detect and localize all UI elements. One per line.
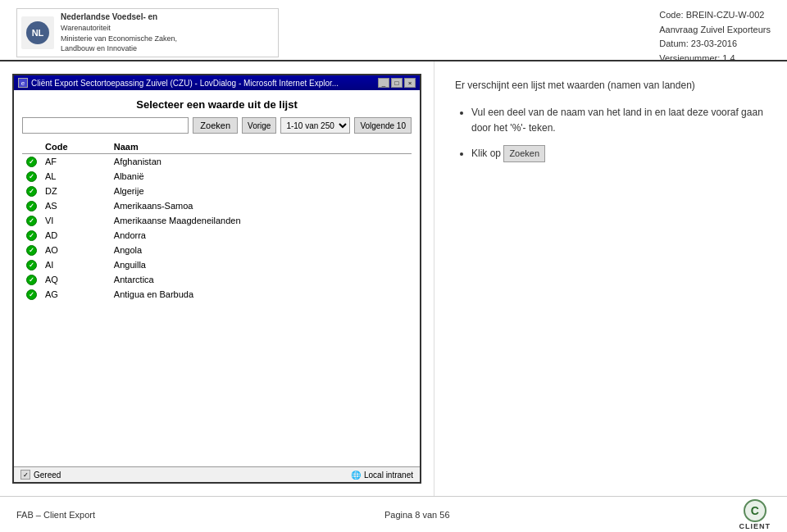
row-check-icon: ✓ bbox=[22, 243, 41, 257]
row-check-icon: ✓ bbox=[22, 198, 41, 213]
row-naam: Angola bbox=[110, 243, 412, 257]
search-bar: Zoeken Vorige 1-10 van 250 Volgende 10 bbox=[22, 117, 412, 134]
page-header: NL Nederlandse Voedsel- en Warenautorite… bbox=[0, 0, 787, 61]
dialog-panel: e Cliënt Export Sectortoepassing Zuivel … bbox=[0, 61, 434, 496]
row-code: AS bbox=[41, 198, 110, 213]
logo-text: Nederlandse Voedsel- en Warenautoriteit … bbox=[61, 11, 177, 54]
minimize-button[interactable]: _ bbox=[378, 78, 389, 88]
browser-window: e Cliënt Export Sectortoepassing Zuivel … bbox=[12, 74, 421, 484]
main-content: e Cliënt Export Sectortoepassing Zuivel … bbox=[0, 61, 787, 496]
row-code: DZ bbox=[41, 184, 110, 198]
row-check-icon: ✓ bbox=[22, 228, 41, 243]
footer-left: FAB – Client Export bbox=[16, 510, 95, 520]
dialog-heading: Selecteer een waarde uit de lijst bbox=[22, 98, 412, 111]
status-left: ✓ Gereed bbox=[20, 470, 61, 480]
browser-icon: e bbox=[18, 78, 28, 88]
titlebar-title: e Cliënt Export Sectortoepassing Zuivel … bbox=[18, 78, 339, 88]
page-select[interactable]: 1-10 van 250 bbox=[280, 117, 350, 134]
row-naam: Anguilla bbox=[110, 257, 412, 272]
gereed-icon: ✓ bbox=[20, 470, 30, 480]
row-naam: Amerikaans-Samoa bbox=[110, 198, 412, 213]
dialog-content: Selecteer een waarde uit de lijst Zoeken… bbox=[14, 90, 420, 466]
table-row[interactable]: ✓ AS Amerikaans-Samoa bbox=[22, 198, 412, 213]
info-list: Vul een deel van de naam van het land in… bbox=[455, 105, 767, 162]
table-row[interactable]: ✓ AL Albanië bbox=[22, 169, 412, 184]
col-icon-header bbox=[22, 140, 41, 154]
close-button[interactable]: × bbox=[404, 78, 416, 88]
footer-center: Pagina 8 van 56 bbox=[384, 510, 450, 520]
info-intro: Er verschijnt een lijst met waarden (nam… bbox=[455, 78, 767, 93]
row-code: AO bbox=[41, 243, 110, 257]
maximize-button[interactable]: □ bbox=[391, 78, 403, 88]
table-row[interactable]: ✓ DZ Algerije bbox=[22, 184, 412, 198]
svg-text:NL: NL bbox=[32, 28, 44, 38]
row-check-icon: ✓ bbox=[22, 184, 41, 198]
row-check-icon: ✓ bbox=[22, 287, 41, 302]
row-check-icon: ✓ bbox=[22, 257, 41, 272]
row-naam: Algerije bbox=[110, 184, 412, 198]
col-naam-header: Naam bbox=[110, 140, 412, 154]
footer-right: C CLIENT bbox=[739, 499, 771, 530]
row-code: AI bbox=[41, 257, 110, 272]
status-right: 🌐 Local intranet bbox=[351, 471, 413, 480]
titlebar-buttons: _ □ × bbox=[378, 78, 416, 88]
row-code: AD bbox=[41, 228, 110, 243]
nvwa-logo-icon: NL bbox=[21, 16, 54, 49]
row-check-icon: ✓ bbox=[22, 272, 41, 287]
dialog-statusbar: ✓ Gereed 🌐 Local intranet bbox=[14, 466, 420, 482]
row-check-icon: ✓ bbox=[22, 213, 41, 228]
row-naam: Antigua en Barbuda bbox=[110, 287, 412, 302]
info-bullet1: Vul een deel van de naam van het land in… bbox=[471, 105, 767, 136]
row-naam: Amerikaanse Maagdeneilanden bbox=[110, 213, 412, 228]
prev-button[interactable]: Vorige bbox=[242, 117, 276, 134]
search-input[interactable] bbox=[22, 117, 189, 134]
table-row[interactable]: ✓ AO Angola bbox=[22, 243, 412, 257]
client-logo: C CLIENT bbox=[739, 499, 771, 530]
data-table: Code Naam ✓ AF Afghanistan ✓ AL Albanië … bbox=[22, 140, 412, 302]
intranet-icon: 🌐 bbox=[351, 471, 361, 480]
client-icon: C bbox=[744, 499, 767, 522]
row-code: VI bbox=[41, 213, 110, 228]
row-check-icon: ✓ bbox=[22, 154, 41, 170]
row-code: AG bbox=[41, 287, 110, 302]
info-panel: Er verschijnt een lijst met waarden (nam… bbox=[434, 61, 787, 496]
info-bullet2: Klik op Zoeken bbox=[471, 145, 767, 163]
row-naam: Andorra bbox=[110, 228, 412, 243]
row-naam: Albanië bbox=[110, 169, 412, 184]
client-label: CLIENT bbox=[739, 522, 771, 530]
header-meta: Code: BREIN-CZU-W-002 Aanvraag Zuivel Ex… bbox=[659, 8, 771, 66]
table-row[interactable]: ✓ AI Anguilla bbox=[22, 257, 412, 272]
logo-block: NL Nederlandse Voedsel- en Warenautorite… bbox=[16, 8, 279, 57]
row-code: AQ bbox=[41, 272, 110, 287]
search-button[interactable]: Zoeken bbox=[193, 117, 238, 134]
row-code: AL bbox=[41, 169, 110, 184]
table-row[interactable]: ✓ AQ Antarctica bbox=[22, 272, 412, 287]
next-button[interactable]: Volgende 10 bbox=[354, 117, 412, 134]
info-zoeken-button: Zoeken bbox=[503, 145, 545, 163]
row-code: AF bbox=[41, 154, 110, 170]
table-row[interactable]: ✓ AD Andorra bbox=[22, 228, 412, 243]
table-row[interactable]: ✓ AG Antigua en Barbuda bbox=[22, 287, 412, 302]
table-row[interactable]: ✓ AF Afghanistan bbox=[22, 154, 412, 170]
browser-titlebar: e Cliënt Export Sectortoepassing Zuivel … bbox=[14, 75, 420, 90]
table-row[interactable]: ✓ VI Amerikaanse Maagdeneilanden bbox=[22, 213, 412, 228]
col-code-header: Code bbox=[41, 140, 110, 154]
row-naam: Antarctica bbox=[110, 272, 412, 287]
page-footer: FAB – Client Export Pagina 8 van 56 C CL… bbox=[0, 496, 787, 532]
row-check-icon: ✓ bbox=[22, 169, 41, 184]
row-naam: Afghanistan bbox=[110, 154, 412, 170]
